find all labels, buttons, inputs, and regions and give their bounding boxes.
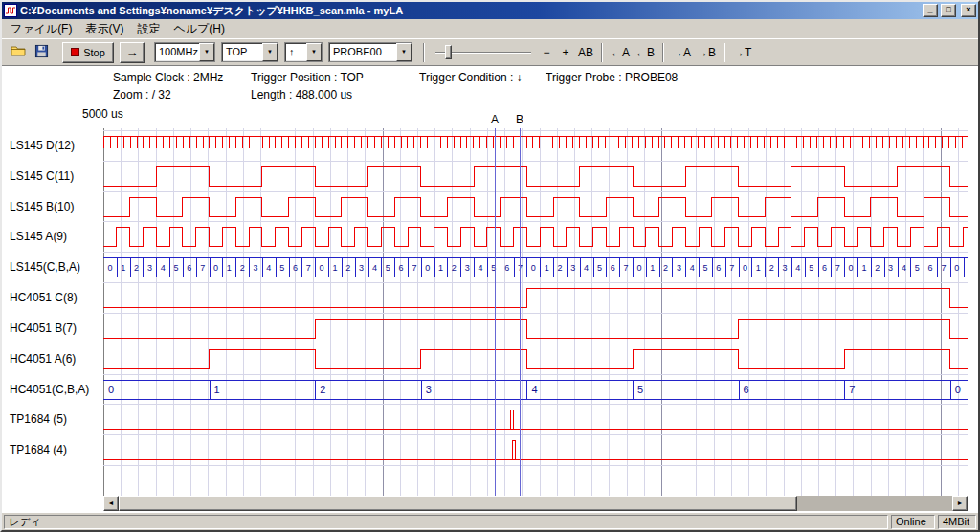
zoom-out-button[interactable]: − [537,43,556,62]
stop-button[interactable]: Stop [62,42,114,63]
open-button[interactable] [7,42,30,63]
set-cursor-a-button[interactable]: →A [669,43,694,62]
set-cursor-b-button[interactable]: →B [694,43,719,62]
svg-text:7: 7 [835,263,840,273]
chevron-down-icon[interactable]: ▼ [396,43,412,61]
trigger-probe-combo[interactable]: PROBE00 ▼ [328,42,412,62]
sample-clock-info: Sample Clock : 2MHz [113,71,223,84]
svg-text:2: 2 [875,263,880,273]
sample-clock-combo[interactable]: 100MHz ▼ [154,42,215,62]
maximize-button[interactable]: □ [941,4,956,17]
svg-text:7: 7 [306,263,311,273]
floppy-disk-icon [34,44,49,61]
svg-text:3: 3 [253,263,257,273]
svg-text:2: 2 [769,263,774,273]
svg-text:1: 1 [438,263,443,273]
trigger-probe-info: Trigger Probe : PROBE08 [546,71,678,84]
svg-text:2: 2 [557,263,562,273]
scroll-left-icon[interactable]: ◄ [103,496,119,511]
svg-text:0: 0 [213,263,218,273]
svg-text:2: 2 [452,263,457,273]
svg-text:4: 4 [531,384,537,395]
svg-text:4: 4 [795,263,800,273]
chevron-down-icon[interactable]: ▼ [262,43,278,61]
svg-text:6: 6 [716,263,721,273]
app-icon [4,4,17,17]
svg-text:5: 5 [597,263,602,273]
menu-view[interactable]: 表示(V) [78,18,130,40]
scroll-right-icon[interactable]: ► [952,496,968,511]
title-bar: C:¥Documents and Settings¥noname¥デスクトップ¥… [2,2,978,19]
chevron-down-icon[interactable]: ▼ [199,43,214,61]
channel-label-1: LS145 C(11) [10,168,101,184]
cursor-b-handle[interactable]: B [513,113,526,126]
svg-text:0: 0 [531,263,536,273]
horizontal-scrollbar[interactable]: ◄ ► [103,496,968,511]
length-info: Length : 488.000 us [251,88,352,101]
svg-text:0: 0 [108,384,114,395]
status-ready: レディ [4,515,888,529]
svg-text:1: 1 [214,384,220,395]
goto-cursor-b-button[interactable]: ←B [633,43,657,62]
svg-text:1: 1 [650,263,655,273]
trigger-position-info: Trigger Position : TOP [251,71,364,84]
svg-text:5: 5 [174,263,179,273]
save-button[interactable] [30,42,53,63]
toolbar-separator [423,43,425,62]
trigger-position-combo[interactable]: TOP ▼ [221,42,278,62]
svg-text:4: 4 [266,263,271,273]
svg-text:3: 3 [888,263,893,273]
close-button[interactable]: × [961,4,976,17]
toolbar-separator [601,43,603,62]
svg-text:7: 7 [729,263,734,273]
scrollbar-track[interactable] [119,496,952,511]
cursor-a-handle[interactable]: A [488,113,501,126]
ab-range-button[interactable]: AB [575,43,596,62]
menu-settings[interactable]: 設定 [130,18,167,40]
svg-text:1: 1 [332,263,337,273]
zoom-in-button[interactable]: + [556,43,575,62]
toolbar-separator [724,43,725,62]
svg-text:6: 6 [928,263,933,273]
goto-cursor-a-button[interactable]: ←A [608,43,633,62]
svg-text:5: 5 [491,263,496,273]
svg-text:6: 6 [399,263,404,273]
svg-text:1: 1 [121,263,125,273]
menu-help[interactable]: ヘルプ(H) [167,18,232,40]
chevron-down-icon[interactable]: ▼ [306,43,322,61]
svg-text:1: 1 [861,263,866,273]
zoom-info: Zoom : / 32 [113,88,171,101]
svg-text:2: 2 [134,263,139,273]
svg-text:4: 4 [479,263,483,273]
svg-text:3: 3 [677,263,681,273]
channel-label-10: TP1684 (4) [10,442,101,457]
channel-label-4: LS145(C,B,A) [10,259,101,275]
svg-text:4: 4 [690,263,695,273]
svg-text:5: 5 [703,263,708,273]
stop-label: Stop [83,47,105,58]
svg-text:2: 2 [663,263,668,273]
svg-text:4: 4 [372,263,377,273]
svg-text:7: 7 [200,263,205,273]
zoom-slider[interactable] [434,43,533,62]
goto-trigger-button[interactable]: →T [730,43,754,62]
zoom-slider-thumb[interactable] [445,45,452,59]
menu-file[interactable]: ファイル(F) [4,18,78,40]
svg-text:3: 3 [782,263,787,273]
svg-text:6: 6 [611,263,615,273]
minimize-button[interactable]: _ [923,4,938,17]
svg-text:4: 4 [161,263,166,273]
svg-text:5: 5 [386,263,390,273]
svg-text:5: 5 [915,263,920,273]
svg-text:3: 3 [426,384,432,395]
run-button[interactable]: → [120,42,145,63]
waveform-plot[interactable]: 0123456701234567012345670123456701234567… [103,128,968,496]
scrollbar-thumb[interactable] [119,496,797,511]
svg-text:6: 6 [744,384,749,395]
svg-text:7: 7 [412,263,416,273]
channel-label-5: HC4051 C(8) [10,290,101,305]
svg-text:0: 0 [320,263,324,273]
trigger-edge-combo[interactable]: ↑ ▼ [284,42,323,62]
svg-text:0: 0 [849,263,854,273]
svg-text:1: 1 [545,263,549,273]
